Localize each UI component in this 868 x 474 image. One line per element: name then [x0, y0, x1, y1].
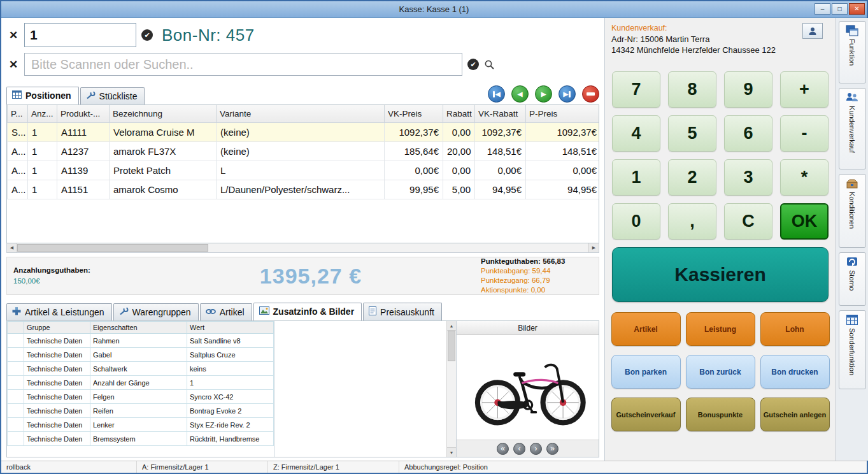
- bonuspunkte-button[interactable]: Bonuspunkte: [686, 398, 755, 431]
- next-position-button[interactable]: ▶: [535, 85, 552, 103]
- position-row[interactable]: S... 1 A1111 Velorama Cruise M (keine) 1…: [8, 122, 600, 141]
- property-row[interactable]: Technische DatenGabelSaltplus Cruze: [8, 348, 274, 362]
- side-tab-kundenverkauf[interactable]: Kundenverkauf: [839, 88, 866, 169]
- clear-search-icon[interactable]: ✕: [8, 58, 19, 71]
- leistung-button[interactable]: Leistung: [686, 312, 755, 346]
- numpad-key-6[interactable]: 6: [724, 115, 772, 152]
- col-header-vk-rabatt[interactable]: VK-Rabatt: [475, 105, 526, 122]
- property-row[interactable]: Technische DatenRahmenSalt Sandline v8: [8, 334, 274, 348]
- image-nav-bar: « ‹ › »: [457, 440, 599, 457]
- scrollbar-thumb[interactable]: [448, 331, 455, 361]
- last-image-button[interactable]: »: [546, 443, 559, 455]
- numpad-key-4[interactable]: 4: [612, 115, 660, 152]
- scan-search-input[interactable]: [24, 53, 462, 76]
- person-icon: [808, 27, 817, 36]
- zusatzinfo-vertical-scrollbar: ▲ ▼: [446, 321, 456, 457]
- col-header-rabatt[interactable]: Rabatt: [443, 105, 475, 122]
- lohn-button[interactable]: Lohn: [760, 312, 830, 346]
- numpad-key-multiply[interactable]: *: [780, 159, 829, 196]
- numpad-key-2[interactable]: 2: [668, 159, 716, 196]
- customer-info: Kundenverkauf: Adr-Nr: 15006 Martin Terr…: [611, 23, 829, 65]
- wrench-icon: [86, 91, 96, 101]
- position-row[interactable]: A... 1 A1237 amarok FL37X (keine) 185,64…: [8, 141, 600, 161]
- bon-parken-button[interactable]: Bon parken: [611, 355, 681, 389]
- search-icon[interactable]: [484, 59, 495, 70]
- tab-artikel[interactable]: Artikel: [200, 303, 252, 320]
- tab-positionen[interactable]: Positionen: [6, 87, 79, 105]
- col-header-variante[interactable]: Variante: [217, 105, 385, 122]
- numpad-key-comma[interactable]: ,: [668, 203, 716, 240]
- content: ✕ ✔ Bon-Nr: 457 ✕ ✔: [1, 18, 867, 461]
- gutter-col: [8, 322, 24, 334]
- kassieren-button[interactable]: Kassieren: [612, 247, 829, 302]
- scroll-down-icon[interactable]: ▼: [447, 447, 456, 457]
- numpad-key-3[interactable]: 3: [724, 159, 772, 196]
- numpad-key-0[interactable]: 0: [612, 203, 660, 240]
- property-row[interactable]: Technische DatenReifenBontrag Evoke 2: [8, 404, 274, 418]
- numpad-key-5[interactable]: 5: [668, 115, 716, 152]
- zusatzinfo-text-area[interactable]: ▲ ▼: [274, 321, 456, 457]
- chain-link-icon: [206, 307, 216, 317]
- numpad-key-1[interactable]: 1: [612, 159, 660, 196]
- scrollbar-thumb[interactable]: [17, 244, 208, 252]
- property-row[interactable]: Technische DatenSchaltwerkkeins: [8, 362, 274, 376]
- numpad-key-7[interactable]: 7: [612, 71, 660, 108]
- delete-position-button[interactable]: [582, 85, 599, 103]
- input-area: ✕ ✔ Bon-Nr: 457 ✕ ✔: [1, 18, 604, 84]
- tab-artikel-leistungen[interactable]: Artikel & Leistungen: [6, 303, 112, 320]
- numpad-key-minus[interactable]: -: [780, 115, 829, 152]
- col-header-anzahl[interactable]: Anz...: [28, 105, 57, 122]
- numpad-key-ok[interactable]: OK: [780, 203, 829, 240]
- numpad-key-8[interactable]: 8: [668, 71, 716, 108]
- tab-stueckliste[interactable]: Stückliste: [80, 87, 145, 104]
- scroll-right-icon[interactable]: ▶: [588, 243, 599, 252]
- minimize-button[interactable]: –: [815, 3, 830, 15]
- scroll-left-icon[interactable]: ◀: [7, 243, 17, 252]
- gutschein-anlegen-button[interactable]: Gutschein anlegen: [760, 398, 830, 431]
- clear-bon-icon[interactable]: ✕: [8, 29, 19, 42]
- deposit-value: 150,00€: [13, 276, 141, 287]
- bon-drucken-button[interactable]: Bon drucken: [760, 355, 830, 389]
- bon-confirm-icon[interactable]: ✔: [141, 29, 153, 41]
- positions-table: P... Anz... Produkt-... Bezeichnung Vari…: [6, 104, 599, 243]
- gutscheinverkauf-button[interactable]: Gutscheinverkauf: [611, 398, 681, 431]
- maximize-button[interactable]: □: [832, 3, 848, 15]
- property-row[interactable]: Technische DatenFelgenSyncro XC-42: [8, 390, 274, 404]
- numpad-key-clear[interactable]: C: [724, 203, 772, 240]
- artikel-button[interactable]: Artikel: [611, 312, 681, 346]
- image-icon: [259, 306, 269, 317]
- col-header-p[interactable]: P...: [8, 105, 28, 122]
- side-tab-sonderfunktion[interactable]: Sonderfunktion: [839, 310, 866, 389]
- tab-preisauskunft[interactable]: Preisauskunft: [363, 303, 442, 320]
- side-tab-konditionen[interactable]: Konditionen: [839, 174, 866, 248]
- property-row[interactable]: Technische DatenLenkerStyx EZ-ride Rev. …: [8, 418, 274, 432]
- position-row[interactable]: A... 1 A1139 Protekt Patch L 0,00€ 0,00 …: [8, 161, 600, 180]
- bon-zurueck-button[interactable]: Bon zurück: [686, 355, 755, 389]
- tab-warengruppen[interactable]: Warengruppen: [113, 303, 199, 320]
- first-position-button[interactable]: ◀: [488, 85, 505, 103]
- numpad-key-plus[interactable]: +: [780, 71, 829, 108]
- side-tab-storno[interactable]: Storno: [839, 252, 866, 306]
- previous-position-button[interactable]: ◀: [511, 85, 529, 103]
- col-header-bezeichnung[interactable]: Bezeichnung: [110, 105, 217, 122]
- bon-number-label: Bon-Nr: 457: [162, 25, 255, 45]
- last-position-button[interactable]: ▶: [559, 85, 576, 103]
- side-tab-funktion[interactable]: Funktion: [839, 21, 866, 83]
- search-row: ✕ ✔: [8, 53, 599, 76]
- bon-number-input[interactable]: [24, 23, 136, 47]
- first-image-button[interactable]: «: [497, 443, 509, 455]
- property-row[interactable]: Technische DatenAnzahl der Gänge1: [8, 376, 274, 390]
- col-header-produkt[interactable]: Produkt-...: [57, 105, 110, 122]
- position-row[interactable]: A... 1 A1151 amarok Cosmo L/Daunen/Polye…: [8, 180, 600, 199]
- search-confirm-icon[interactable]: ✔: [467, 59, 479, 70]
- next-image-button[interactable]: ›: [530, 443, 542, 455]
- numpad-key-9[interactable]: 9: [724, 71, 772, 108]
- close-button[interactable]: ✕: [849, 3, 865, 15]
- property-row[interactable]: Technische DatenBremssystemRücktritt, Ha…: [8, 432, 274, 446]
- previous-image-button[interactable]: ‹: [513, 443, 525, 455]
- tab-zusatzinfo-bilder[interactable]: Zusatzinfo & Bilder: [253, 303, 362, 321]
- col-header-vk-preis[interactable]: VK-Preis: [385, 105, 443, 122]
- col-header-p-preis[interactable]: P-Preis: [526, 105, 600, 122]
- customer-button[interactable]: [802, 23, 823, 39]
- scroll-up-icon[interactable]: ▲: [447, 321, 456, 331]
